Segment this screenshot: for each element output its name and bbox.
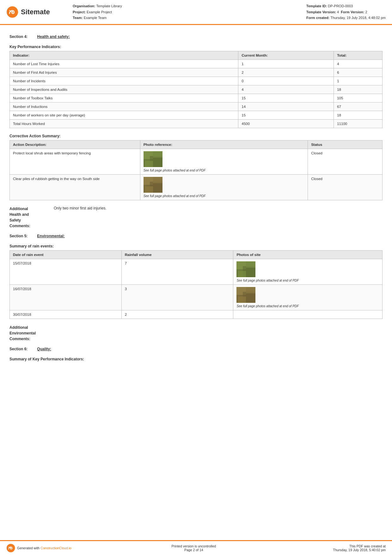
table-cell: 1 — [334, 77, 383, 85]
svg-rect-19 — [238, 296, 246, 303]
table-cell: Number of workers on site per day (avera… — [10, 111, 238, 120]
photo-cell: See full page photos attached at end of … — [236, 261, 379, 282]
kpi-table-title: Key Performance Indicators: — [9, 45, 383, 49]
template-version-line: Template Version: 4 Form Version: 2 — [306, 9, 386, 15]
rain-col-volume: Rainfall volume — [121, 251, 233, 259]
table-cell: 67 — [334, 103, 383, 111]
header-meta-left: Organisation: Template Library Project: … — [73, 3, 122, 21]
section5-title: Environmental: — [37, 234, 64, 238]
org-line: Organisation: Template Library — [73, 3, 122, 9]
rain-volume: 7 — [121, 259, 233, 285]
table-row: Number of Incidents01 — [10, 77, 383, 85]
ca-photo: See full page photos attached at end of … — [140, 149, 308, 175]
footer-uncontrolled: Printed version is uncontrolled — [78, 544, 310, 548]
section6-title: Quality: — [37, 347, 51, 351]
footer-right: This PDF was created at Thursday, 19 Jul… — [316, 544, 386, 552]
photo-caption: See full page photos attached at end of … — [144, 194, 305, 198]
rain-date: 15/07/2018 — [10, 259, 122, 285]
section6-label: Section 6: — [9, 347, 28, 351]
photo-caption: See full page photos attached at end of … — [236, 304, 379, 308]
corrective-action-table: Action Description: Photo reference: Sta… — [9, 140, 383, 200]
footer-center: Printed version is uncontrolled Page 2 o… — [78, 544, 310, 552]
photo-thumb — [144, 151, 162, 167]
table-cell: Number of Toolbox Talks — [10, 94, 238, 103]
quality-kpi-title: Summary of Key Performance Indicators: — [9, 357, 383, 361]
rain-table: Date of rain event Rainfall volume Photo… — [9, 250, 383, 319]
section4-heading: Section 4: Health and safety: — [9, 34, 383, 39]
env-comments: AdditionalEnvironmentalComments: — [9, 325, 383, 342]
rain-photo: See full page photos attached at end of … — [233, 285, 383, 310]
table-cell: Number of Incidents — [10, 77, 238, 85]
rain-photo — [233, 310, 383, 319]
table-cell: Number of Inductions — [10, 103, 238, 111]
svg-rect-15 — [246, 261, 255, 268]
table-cell: 18 — [334, 111, 383, 120]
table-cell: Total Hours Worked — [10, 120, 238, 128]
ca-status: Closed — [308, 175, 383, 200]
footer-generated-text: Generated with ConstructionCloud.io — [17, 546, 71, 550]
kpi-col-total: Total: — [334, 51, 383, 60]
kpi-col-indicator: Indicator: — [10, 51, 238, 60]
table-row: Number of Inspections and Audits418 — [10, 85, 383, 94]
footer-pdf-date: Thursday, 19 July 2018, 5:40:02 pm — [316, 548, 386, 552]
rain-photo: See full page photos attached at end of … — [233, 259, 383, 285]
form-created-line: Form created: Thursday, 19 July 2018, 4:… — [306, 15, 386, 21]
svg-rect-5 — [153, 151, 162, 158]
svg-rect-14 — [238, 271, 246, 277]
table-cell: 6 — [334, 68, 383, 77]
footer-page-info: Page 2 of 14 — [78, 548, 310, 552]
table-row: Number of workers on site per day (avera… — [10, 111, 383, 120]
table-row: 15/07/20187 See full page photos attache… — [10, 259, 383, 285]
photo-cell: See full page photos attached at end of … — [144, 151, 305, 172]
section5-heading: Section 5: Environmental: — [9, 234, 383, 238]
section5-label: Section 5: — [9, 234, 28, 238]
photo-thumb — [236, 261, 255, 277]
rain-volume: 3 — [121, 285, 233, 310]
table-row: Number of First Aid Injuries26 — [10, 68, 383, 77]
svg-rect-9 — [145, 186, 153, 193]
comments-label: AdditionalHealth andSafetyComments: — [9, 206, 51, 229]
table-cell: 4 — [238, 85, 334, 94]
rain-date: 30/07/2018 — [10, 310, 122, 319]
table-row: Total Hours Worked450011100 — [10, 120, 383, 128]
team-line: Team: Example Team — [73, 15, 122, 21]
table-cell: 15 — [238, 94, 334, 103]
section6-heading: Section 6: Quality: — [9, 347, 383, 351]
table-cell: 18 — [334, 85, 383, 94]
table-cell: Number of Inspections and Audits — [10, 85, 238, 94]
sitemate-logo-icon — [6, 6, 18, 18]
photo-thumb — [236, 287, 255, 303]
main-content: Section 4: Health and safety: Key Perfor… — [0, 25, 392, 408]
svg-rect-4 — [145, 161, 153, 167]
photo-cell: See full page photos attached at end of … — [236, 287, 379, 308]
photo-cell: See full page photos attached at end of … — [144, 177, 305, 198]
kpi-table: Indicator: Current Month: Total: Number … — [9, 51, 383, 128]
logo: Sitemate — [6, 6, 63, 18]
rain-col-photos: Photos of site — [233, 251, 383, 259]
ca-col-status: Status — [308, 140, 383, 149]
ca-photo: See full page photos attached at end of … — [140, 175, 308, 200]
rain-col-date: Date of rain event — [10, 251, 122, 259]
section4-title: Health and safety: — [37, 34, 70, 39]
page-footer: Generated with ConstructionCloud.io Prin… — [0, 540, 392, 555]
table-cell: 0 — [238, 77, 334, 85]
svg-rect-10 — [153, 177, 162, 183]
header-meta: Organisation: Template Library Project: … — [63, 3, 386, 21]
footer-link[interactable]: ConstructionCloud.io — [40, 546, 71, 550]
ca-description: Clear piles of rubbish getting in the wa… — [10, 175, 140, 200]
ca-description: Protect local shrub areas with temporary… — [10, 149, 140, 175]
header-meta-right: Template ID: DP-PROD-0003 Template Versi… — [306, 3, 386, 21]
table-cell: 1 — [238, 60, 334, 68]
page-header: Sitemate Organisation: Template Library … — [0, 0, 392, 25]
table-cell: 4 — [334, 60, 383, 68]
footer-logo: Generated with ConstructionCloud.io — [6, 544, 71, 552]
ca-col-description: Action Description: — [10, 140, 140, 149]
table-cell: 105 — [334, 94, 383, 103]
comments-value: Only two minor first aid injuries. — [54, 206, 107, 229]
project-line: Project: Example Project — [73, 9, 122, 15]
footer-pdf-created: This PDF was created at — [316, 544, 386, 548]
table-row: Number of Toolbox Talks15105 — [10, 94, 383, 103]
corrective-action-title: Corrective Action Summary: — [9, 134, 383, 138]
table-cell: 11100 — [334, 120, 383, 128]
ca-col-photo: Photo reference: — [140, 140, 308, 149]
